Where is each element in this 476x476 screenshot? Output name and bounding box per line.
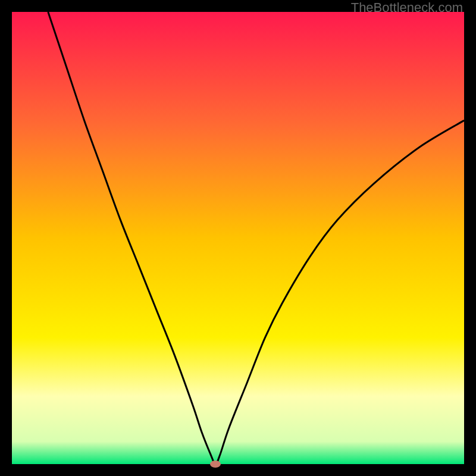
bottleneck-curve <box>12 12 464 464</box>
optimal-point-marker <box>210 461 221 468</box>
plot-area <box>12 12 464 464</box>
chart-container: TheBottleneck.com <box>0 0 476 476</box>
watermark-text: TheBottleneck.com <box>351 0 463 15</box>
